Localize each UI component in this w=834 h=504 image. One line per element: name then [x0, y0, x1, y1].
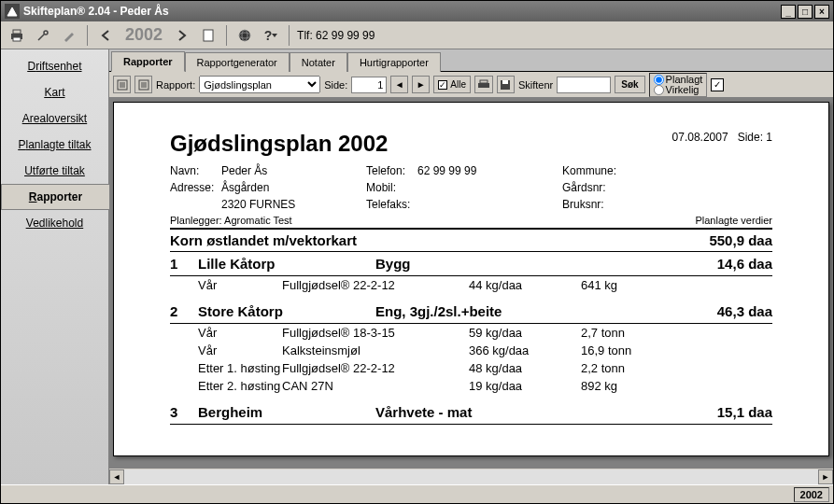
svg-rect-1 [13, 30, 21, 34]
svg-rect-2 [13, 37, 21, 41]
skiftenr-label: Skiftenr [518, 79, 553, 91]
tab-2[interactable]: Notater [290, 52, 347, 72]
rapport-label: Rapport: [156, 79, 195, 91]
report-toolbar: Rapport: Gjødslingsplan Side: ◄ ► ✓Alle … [109, 72, 833, 98]
report-page: 07.08.2007 Side: 1 Gjødslingsplan 2002 N… [113, 102, 829, 456]
field-head: 2Store KåtorpEng, 3gj./2sl.+beite46,3 da… [170, 300, 772, 324]
alle-button[interactable]: ✓Alle [433, 76, 471, 93]
list1-icon[interactable] [113, 76, 131, 93]
sidebar-item-1[interactable]: Kart [1, 79, 108, 105]
sidebar-item-5[interactable]: Rapporter [1, 184, 109, 210]
entry-row: VårKalksteinsmjøl366 kg/daa16,9 tonn [170, 342, 772, 359]
svg-point-4 [239, 30, 250, 41]
globe-icon[interactable] [234, 25, 255, 46]
tab-1[interactable]: Rapportgenerator [185, 52, 290, 72]
skiftenr-input[interactable] [557, 77, 611, 93]
tab-0[interactable]: Rapporter [111, 51, 185, 72]
mode-radio: Planlagt Virkelig [649, 73, 708, 97]
close-button[interactable]: × [814, 5, 829, 19]
edit-icon[interactable] [59, 25, 79, 46]
field-head: 1Lille KåtorpBygg14,6 daa [170, 252, 772, 276]
sidebar-item-3[interactable]: Planlagte tiltak [1, 132, 108, 158]
sok-button[interactable]: Søk [615, 76, 644, 93]
extra-checkbox[interactable]: ✓ [711, 78, 724, 91]
doc-icon[interactable] [198, 25, 219, 46]
sidebar-item-0[interactable]: Driftsenhet [1, 53, 108, 79]
body: DriftsenhetKartArealoversiktPlanlagte ti… [1, 49, 833, 484]
paper-frame: 07.08.2007 Side: 1 Gjødslingsplan 2002 N… [109, 98, 833, 468]
planlagt-radio[interactable]: Planlagt [654, 75, 703, 85]
statusbar: 2002 [1, 484, 833, 503]
field-head: 3BergheimVårhvete - mat15,1 daa [170, 400, 772, 425]
side-label: Side: [324, 79, 347, 91]
print-icon[interactable] [7, 25, 27, 46]
maximize-button[interactable]: □ [798, 5, 813, 19]
scroll-left[interactable]: ◄ [109, 469, 124, 484]
minimize-button[interactable]: _ [781, 5, 796, 19]
svg-rect-16 [480, 80, 488, 83]
entry-row: VårFullgjødsel® 18-3-1559 kg/daa2,7 tonn [170, 324, 772, 342]
next-year-button[interactable] [172, 25, 192, 46]
tool-icon[interactable] [33, 25, 53, 46]
year-display: 2002 [121, 25, 166, 45]
page-date: 07.08.2007 Side: 1 [672, 131, 772, 144]
help-icon[interactable]: ? [261, 25, 281, 46]
side-input[interactable] [351, 77, 387, 93]
list2-icon[interactable] [134, 76, 152, 93]
page-next-button[interactable]: ► [412, 76, 430, 93]
titlebar: Skifteplan® 2.04 - Peder Ås _ □ × [1, 1, 833, 21]
scroll-right[interactable]: ► [818, 469, 833, 484]
tlf-label: Tlf: 62 99 99 99 [297, 29, 375, 42]
sidebar-item-6[interactable]: Vedlikehold [1, 210, 108, 236]
main: RapporterRapportgeneratorNotaterHurtigra… [109, 49, 833, 484]
paper-scroll[interactable]: 07.08.2007 Side: 1 Gjødslingsplan 2002 N… [109, 98, 833, 468]
prev-year-button[interactable] [95, 25, 116, 46]
tabstrip: RapporterRapportgeneratorNotaterHurtigra… [109, 49, 833, 72]
status-year: 2002 [794, 487, 829, 502]
hscrollbar[interactable]: ◄ ► [109, 468, 833, 484]
page-prev-button[interactable]: ◄ [390, 76, 408, 93]
print2-icon[interactable] [474, 76, 493, 93]
entry-row: Etter 2. høstingCAN 27N19 kg/daa892 kg [170, 377, 772, 395]
save-icon[interactable] [497, 76, 515, 93]
svg-rect-15 [478, 83, 489, 88]
entry-row: VårFullgjødsel® 22-2-1244 kg/daa641 kg [170, 276, 772, 294]
sidebar-item-2[interactable]: Arealoversikt [1, 105, 108, 132]
rapport-select[interactable]: Gjødslingsplan [199, 76, 320, 93]
app-window: Skifteplan® 2.04 - Peder Ås _ □ × 2002 ?… [0, 0, 834, 504]
app-icon [5, 4, 20, 19]
entry-row: Etter 1. høstingFullgjødsel® 22-2-1248 k… [170, 359, 772, 377]
sidebar: DriftsenhetKartArealoversiktPlanlagte ti… [1, 49, 109, 484]
svg-rect-3 [204, 30, 213, 41]
tab-3[interactable]: Hurtigrapporter [347, 52, 441, 72]
main-toolbar: 2002 ? Tlf: 62 99 99 99 [1, 21, 833, 49]
sidebar-item-4[interactable]: Utførte tiltak [1, 158, 108, 184]
svg-rect-18 [502, 80, 508, 84]
virkelig-radio[interactable]: Virkelig [654, 85, 703, 95]
window-title: Skifteplan® 2.04 - Peder Ås [23, 5, 169, 18]
